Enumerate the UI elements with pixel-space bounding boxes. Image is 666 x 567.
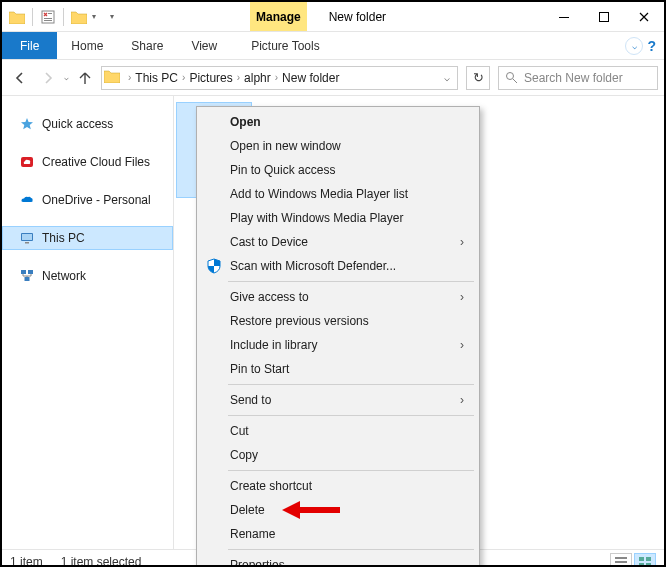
svg-rect-2	[44, 18, 52, 19]
sidebar-item-creative-cloud[interactable]: Creative Cloud Files	[2, 150, 173, 174]
chevron-right-icon: ›	[460, 393, 464, 407]
network-icon	[20, 269, 34, 283]
address-bar[interactable]: › This PC › Pictures › alphr › New folde…	[101, 66, 458, 90]
monitor-icon	[20, 231, 34, 245]
chevron-right-icon[interactable]: ›	[273, 72, 280, 83]
navigation-bar: ⌵ › This PC › Pictures › alphr › New fol…	[2, 60, 664, 96]
sidebar-item-onedrive[interactable]: OneDrive - Personal	[2, 188, 173, 212]
menu-give-access[interactable]: Give access to›	[200, 285, 476, 309]
close-button[interactable]	[624, 2, 664, 32]
menu-scan-defender[interactable]: Scan with Microsoft Defender...	[200, 254, 476, 278]
icons-view-button[interactable]	[634, 553, 656, 568]
qat-overflow-icon[interactable]: ▾	[110, 12, 114, 21]
star-icon	[20, 117, 34, 131]
menu-pin-quick-access[interactable]: Pin to Quick access	[200, 158, 476, 182]
chevron-right-icon: ›	[460, 235, 464, 249]
search-icon	[505, 71, 518, 84]
breadcrumb-item[interactable]: alphr	[242, 71, 273, 85]
title-bar: ▾ ▾ Manage New folder	[2, 2, 664, 32]
sidebar-item-label: OneDrive - Personal	[42, 193, 151, 207]
menu-play-wmp[interactable]: Play with Windows Media Player	[200, 206, 476, 230]
manage-tab[interactable]: Manage	[250, 2, 307, 31]
menu-rename[interactable]: Rename	[200, 522, 476, 546]
sidebar-item-label: Network	[42, 269, 86, 283]
svg-rect-13	[25, 277, 30, 281]
details-view-button[interactable]	[610, 553, 632, 568]
svg-rect-9	[22, 234, 32, 240]
properties-icon[interactable]	[39, 8, 57, 26]
item-count: 1 item	[10, 555, 43, 568]
qat-dropdown-icon[interactable]: ▾	[92, 12, 96, 21]
svg-rect-16	[615, 565, 627, 567]
menu-copy[interactable]: Copy	[200, 443, 476, 467]
help-icon[interactable]: ?	[647, 38, 656, 54]
menu-cut[interactable]: Cut	[200, 419, 476, 443]
up-button[interactable]	[73, 66, 97, 90]
back-button[interactable]	[8, 66, 32, 90]
folder-icon	[8, 8, 26, 26]
menu-delete[interactable]: Delete	[200, 498, 476, 522]
sidebar-item-label: Creative Cloud Files	[42, 155, 150, 169]
forward-button[interactable]	[36, 66, 60, 90]
cloud-icon	[20, 193, 34, 207]
menu-send-to[interactable]: Send to›	[200, 388, 476, 412]
home-tab[interactable]: Home	[57, 32, 117, 59]
menu-restore-previous[interactable]: Restore previous versions	[200, 309, 476, 333]
window-controls	[544, 2, 664, 32]
breadcrumb-item[interactable]: This PC	[133, 71, 180, 85]
breadcrumb-item[interactable]: New folder	[280, 71, 341, 85]
menu-include-library[interactable]: Include in library›	[200, 333, 476, 357]
svg-rect-11	[21, 270, 26, 274]
chevron-right-icon[interactable]: ›	[126, 72, 133, 83]
svg-rect-14	[615, 557, 627, 559]
breadcrumb-item[interactable]: Pictures	[187, 71, 234, 85]
menu-open-new-window[interactable]: Open in new window	[200, 134, 476, 158]
sidebar-item-quick-access[interactable]: Quick access	[2, 112, 173, 136]
refresh-button[interactable]: ↻	[466, 66, 490, 90]
svg-rect-4	[559, 17, 569, 18]
search-placeholder: Search New folder	[524, 71, 623, 85]
navigation-pane: Quick access Creative Cloud Files OneDri…	[2, 96, 174, 549]
svg-rect-20	[646, 563, 651, 567]
view-tab[interactable]: View	[177, 32, 231, 59]
svg-rect-10	[25, 242, 29, 244]
creative-cloud-icon	[20, 155, 34, 169]
address-dropdown-icon[interactable]: ⌵	[437, 72, 457, 83]
file-tab[interactable]: File	[2, 32, 57, 59]
sidebar-item-network[interactable]: Network	[2, 264, 173, 288]
quick-access-toolbar: ▾ ▾	[2, 8, 120, 26]
svg-rect-15	[615, 561, 627, 563]
sidebar-item-this-pc[interactable]: This PC	[2, 226, 173, 250]
minimize-button[interactable]	[544, 2, 584, 32]
menu-cast-device[interactable]: Cast to Device›	[200, 230, 476, 254]
shield-icon	[205, 257, 223, 275]
svg-rect-1	[48, 13, 52, 14]
svg-rect-17	[639, 557, 644, 561]
menu-open[interactable]: Open	[200, 110, 476, 134]
new-folder-icon[interactable]	[70, 8, 88, 26]
sidebar-item-label: This PC	[42, 231, 85, 245]
menu-add-wmp-list[interactable]: Add to Windows Media Player list	[200, 182, 476, 206]
svg-rect-19	[639, 563, 644, 567]
menu-pin-start[interactable]: Pin to Start	[200, 357, 476, 381]
folder-icon	[104, 69, 122, 87]
ribbon-collapse-icon[interactable]: ⌵	[625, 37, 643, 55]
menu-properties[interactable]: Properties	[200, 553, 476, 567]
svg-rect-3	[44, 20, 52, 21]
svg-rect-0	[42, 11, 54, 23]
picture-tools-tab[interactable]: Picture Tools	[237, 32, 333, 59]
window-title: New folder	[329, 10, 386, 24]
chevron-right-icon: ›	[460, 338, 464, 352]
sidebar-item-label: Quick access	[42, 117, 113, 131]
context-menu: Open Open in new window Pin to Quick acc…	[196, 106, 480, 567]
chevron-right-icon[interactable]: ›	[180, 72, 187, 83]
history-dropdown-icon[interactable]: ⌵	[64, 73, 69, 82]
share-tab[interactable]: Share	[117, 32, 177, 59]
svg-point-6	[507, 73, 514, 80]
chevron-right-icon[interactable]: ›	[235, 72, 242, 83]
contextual-tabs: Manage	[250, 2, 307, 31]
menu-create-shortcut[interactable]: Create shortcut	[200, 474, 476, 498]
maximize-button[interactable]	[584, 2, 624, 32]
search-input[interactable]: Search New folder	[498, 66, 658, 90]
svg-rect-5	[600, 12, 609, 21]
